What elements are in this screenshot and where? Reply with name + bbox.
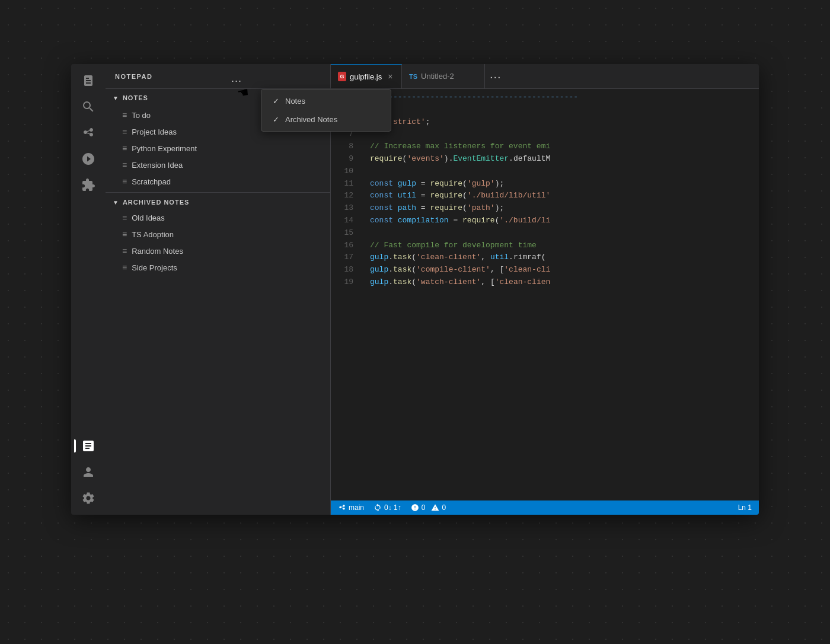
editor-area: G gulpfile.js × TS Untitled-2 ··· 4 5 6 … [331,64,759,515]
activity-icon-search[interactable] [76,95,100,119]
status-errors[interactable]: 0 0 [411,503,446,512]
warning-count: 0 [442,503,446,512]
note-item-ts-adoption[interactable]: ≡ TS Adoption [106,226,330,243]
sidebar-header: NOTEPAD [106,64,330,89]
section-label-notes: NOTES [123,94,148,101]
tab-untitled2[interactable]: TS Untitled-2 [402,64,485,88]
error-icon [411,503,419,512]
chevron-down-icon: ▼ [113,199,119,206]
branch-icon [338,503,346,512]
three-dots-label: ··· [490,71,502,82]
tab-bar: G gulpfile.js × TS Untitled-2 ··· [331,64,759,89]
note-item-extension[interactable]: ≡ Extension Idea [106,157,330,173]
note-item-python[interactable]: ≡ Python Experiment [106,140,330,157]
dropdown-item-notes[interactable]: ✓ Notes [331,92,391,110]
archived-notes-list: ≡ Old Ideas ≡ TS Adoption ≡ Random Notes… [106,209,330,276]
code-line-5 [370,104,759,116]
dropdown-menu[interactable]: ✓ Notes ✓ Archived Notes [331,89,391,132]
note-icon: ≡ [122,246,127,256]
note-item-scratchpad[interactable]: ≡ Scratchpad [106,173,330,190]
activity-icon-extensions[interactable] [76,173,100,197]
note-icon: ≡ [122,160,127,170]
code-line-18: gulp.task('compile-client', ['clean-cli [370,264,759,276]
status-position[interactable]: Ln 1 [738,503,752,512]
sidebar: NOTEPAD ▼ NOTES + ≡ To do ≡ Project Idea… [106,64,331,515]
cursor-position: Ln 1 [738,503,752,512]
tab-gulpfile-label: gulpfile.js [350,72,382,81]
sidebar-title: NOTEPAD [115,73,152,80]
tab-gulpfile[interactable]: G gulpfile.js × [331,64,402,88]
code-line-13: const path = require('path'); [370,202,759,215]
code-line-16: // Fast compile for development time [370,240,759,252]
branch-name: main [349,503,364,512]
note-icon: ≡ [122,177,127,186]
error-count: 0 [422,503,426,512]
line-numbers: 4 5 6 7 8 9 10 11 12 13 14 15 16 17 18 1… [331,89,360,500]
code-line-12: const util = require('./build/lib/util' [370,190,759,202]
more-options-button[interactable]: ··· [485,64,506,89]
dropdown-label-archived: Archived Notes [331,115,337,124]
section-label-archived: ARCHIVED NOTES [123,199,189,206]
code-line-15 [370,227,759,240]
note-icon: ≡ [122,263,127,272]
activity-icon-files[interactable] [76,69,100,93]
sync-status: 0↓ 1↑ [384,503,401,512]
note-icon: ≡ [122,110,127,120]
status-branch[interactable]: main [338,503,364,512]
activity-icon-notepad[interactable] [76,434,100,458]
activity-icon-settings[interactable] [76,486,100,510]
note-icon: ≡ [122,229,127,239]
app-container: NOTEPAD ▼ NOTES + ≡ To do ≡ Project Idea… [71,64,759,515]
code-line-17: gulp.task('clean-client', util.rimraf( [370,251,759,264]
tab-untitled2-label: Untitled-2 [421,72,454,81]
section-header-archived[interactable]: ▼ ARCHIVED NOTES [106,195,330,209]
gulp-icon: G [338,72,346,81]
code-line-7 [370,128,759,141]
code-line-6: 'use strict'; [370,116,759,129]
tab-close-button[interactable]: × [388,72,392,81]
activity-icon-debug[interactable] [76,147,100,171]
code-line-10 [370,165,759,178]
chevron-down-icon: ▼ [113,95,119,101]
ts-icon: TS [409,73,417,80]
code-line-19: gulp.task('watch-client', ['clean-clien [370,276,759,289]
code-line-8: // Increase max listeners for event emi [370,141,759,153]
code-line-9: require('events').EventEmitter.defaultM [370,153,759,165]
note-item-random-notes[interactable]: ≡ Random Notes [106,243,330,259]
sync-icon [374,503,382,512]
code-line-4: *---------------------------------------… [370,91,759,104]
section-divider [106,192,330,193]
status-sync[interactable]: 0↓ 1↑ [374,503,401,512]
warning-icon [431,503,439,512]
code-line-14: const compilation = require('./build/li [370,215,759,227]
activity-bar [71,64,106,515]
activity-icon-account[interactable] [76,460,100,484]
note-icon: ≡ [122,213,127,222]
note-icon: ≡ [122,127,127,136]
activity-icon-source-control[interactable] [76,121,100,145]
code-line-11: const gulp = require('gulp'); [370,178,759,190]
status-bar: main 0↓ 1↑ 0 0 Ln 1 [331,500,759,515]
code-display: *---------------------------------------… [360,89,759,500]
dropdown-item-archived-notes[interactable]: ✓ Archived Notes [331,110,391,129]
note-item-side-projects[interactable]: ≡ Side Projects [106,259,330,276]
note-item-old-ideas[interactable]: ≡ Old Ideas [106,209,330,226]
note-icon: ≡ [122,144,127,153]
editor-content[interactable]: 4 5 6 7 8 9 10 11 12 13 14 15 16 17 18 1… [331,89,759,500]
